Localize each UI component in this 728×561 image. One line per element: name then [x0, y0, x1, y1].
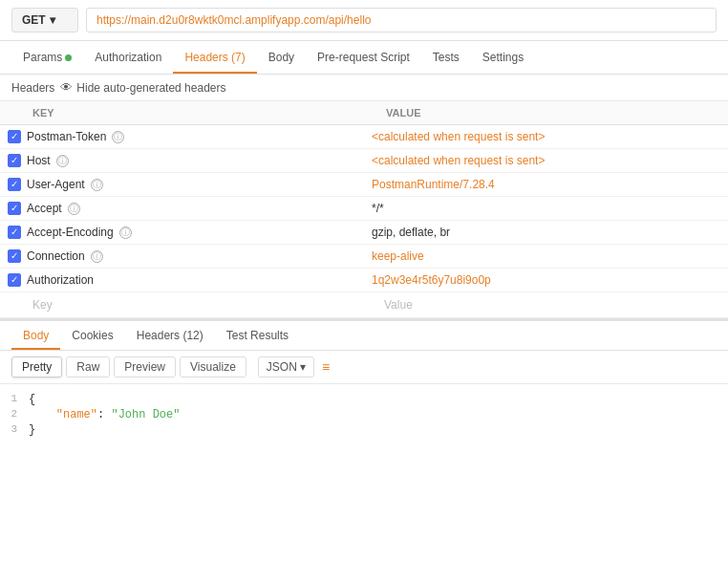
- code-area: 1 { 2 "name": "John Doe" 3 }: [0, 384, 728, 445]
- value-cell: <calculated when request is sent>: [364, 125, 728, 148]
- table-header-row: KEY VALUE: [0, 101, 728, 125]
- params-dot: [65, 54, 72, 61]
- tab-authorization[interactable]: Authorization: [83, 41, 173, 74]
- json-format-select[interactable]: JSON ▾: [258, 356, 314, 378]
- col-key-header: KEY: [0, 101, 375, 124]
- tab-tests[interactable]: Tests: [421, 41, 471, 74]
- table-row: ✓ Accept-Encoding ⓘ gzip, deflate, br: [0, 221, 728, 245]
- format-pretty-button[interactable]: Pretty: [11, 356, 62, 378]
- resp-tab-headers[interactable]: Headers (12): [125, 321, 215, 350]
- table-row: ✓ Postman-Token ⓘ <calculated when reque…: [0, 125, 728, 149]
- row-checkbox[interactable]: ✓: [8, 249, 21, 263]
- code-line: 3 }: [0, 422, 728, 438]
- format-raw-button[interactable]: Raw: [66, 356, 110, 378]
- info-icon[interactable]: ⓘ: [91, 250, 103, 263]
- info-icon[interactable]: ⓘ: [56, 155, 69, 167]
- row-checkbox[interactable]: ✓: [8, 130, 21, 143]
- format-row: Pretty Raw Preview Visualize JSON ▾ ≡: [0, 351, 728, 384]
- key-cell: ✓ Accept ⓘ: [0, 197, 364, 220]
- row-checkbox[interactable]: ✓: [8, 202, 21, 215]
- response-tabs: Body Cookies Headers (12) Test Results: [0, 321, 728, 351]
- key-cell: ✓ Accept-Encoding ⓘ: [0, 221, 364, 244]
- info-icon[interactable]: ⓘ: [112, 131, 124, 143]
- filter-icon[interactable]: ≡: [322, 359, 330, 375]
- method-label: GET: [22, 13, 46, 27]
- table-row: ✓ Accept ⓘ */*: [0, 197, 728, 221]
- headers-sub-header: Headers 👁 Hide auto-generated headers: [0, 75, 728, 101]
- table-placeholder-row: Key Value: [0, 292, 728, 318]
- headers-label: Headers: [11, 81, 54, 95]
- row-checkbox[interactable]: ✓: [8, 226, 21, 239]
- key-cell: ✓ Host ⓘ: [0, 149, 364, 172]
- row-checkbox[interactable]: ✓: [8, 273, 21, 287]
- key-cell: ✓ Postman-Token ⓘ: [0, 125, 364, 148]
- resp-tab-cookies[interactable]: Cookies: [60, 321, 124, 350]
- value-cell: gzip, deflate, br: [364, 221, 728, 244]
- row-checkbox[interactable]: ✓: [8, 178, 21, 191]
- table-row: ✓ Connection ⓘ keep-alive: [0, 245, 728, 269]
- key-cell: ✓ Authorization: [0, 269, 364, 291]
- eye-icon: 👁: [60, 80, 73, 95]
- code-line: 2 "name": "John Doe": [0, 407, 728, 422]
- request-tabs: Params Authorization Headers (7) Body Pr…: [0, 41, 728, 75]
- tab-settings[interactable]: Settings: [471, 41, 535, 74]
- info-icon[interactable]: ⓘ: [119, 227, 132, 239]
- tab-params[interactable]: Params: [11, 41, 83, 74]
- tab-headers[interactable]: Headers (7): [173, 41, 256, 74]
- method-select[interactable]: GET ▾: [11, 8, 78, 32]
- key-placeholder[interactable]: Key: [0, 292, 376, 317]
- headers-table: KEY VALUE ✓ Postman-Token ⓘ <calculated …: [0, 101, 728, 318]
- value-cell: <calculated when request is sent>: [364, 149, 728, 172]
- value-cell: PostmanRuntime/7.28.4: [364, 173, 728, 196]
- response-section: Body Cookies Headers (12) Test Results P…: [0, 318, 728, 445]
- method-chevron-icon: ▾: [50, 13, 55, 27]
- tab-prerequest[interactable]: Pre-request Script: [306, 41, 421, 74]
- value-cell: 1q2w3e4r5t6y7u8i9o0p: [364, 269, 728, 291]
- info-icon[interactable]: ⓘ: [68, 203, 80, 215]
- url-input[interactable]: [86, 8, 717, 32]
- key-cell: ✓ User-Agent ⓘ: [0, 173, 364, 196]
- code-line: 1 {: [0, 392, 728, 407]
- value-cell: keep-alive: [364, 245, 728, 268]
- format-preview-button[interactable]: Preview: [114, 356, 176, 378]
- tab-body[interactable]: Body: [257, 41, 306, 74]
- hide-auto-headers-button[interactable]: 👁 Hide auto-generated headers: [60, 80, 225, 95]
- table-row: ✓ User-Agent ⓘ PostmanRuntime/7.28.4: [0, 173, 728, 197]
- table-row: ✓ Authorization 1q2w3e4r5t6y7u8i9o0p: [0, 269, 728, 292]
- row-checkbox[interactable]: ✓: [8, 154, 21, 167]
- value-placeholder[interactable]: Value: [376, 292, 728, 317]
- table-row: ✓ Host ⓘ <calculated when request is sen…: [0, 149, 728, 173]
- json-chevron-icon: ▾: [300, 360, 306, 374]
- format-visualize-button[interactable]: Visualize: [180, 356, 246, 378]
- url-bar: GET ▾: [0, 0, 728, 41]
- col-value-header: VALUE: [375, 101, 728, 124]
- key-cell: ✓ Connection ⓘ: [0, 245, 364, 268]
- resp-tab-test-results[interactable]: Test Results: [215, 321, 300, 350]
- info-icon[interactable]: ⓘ: [91, 179, 103, 191]
- value-cell: */*: [364, 197, 728, 220]
- resp-tab-body[interactable]: Body: [11, 321, 60, 350]
